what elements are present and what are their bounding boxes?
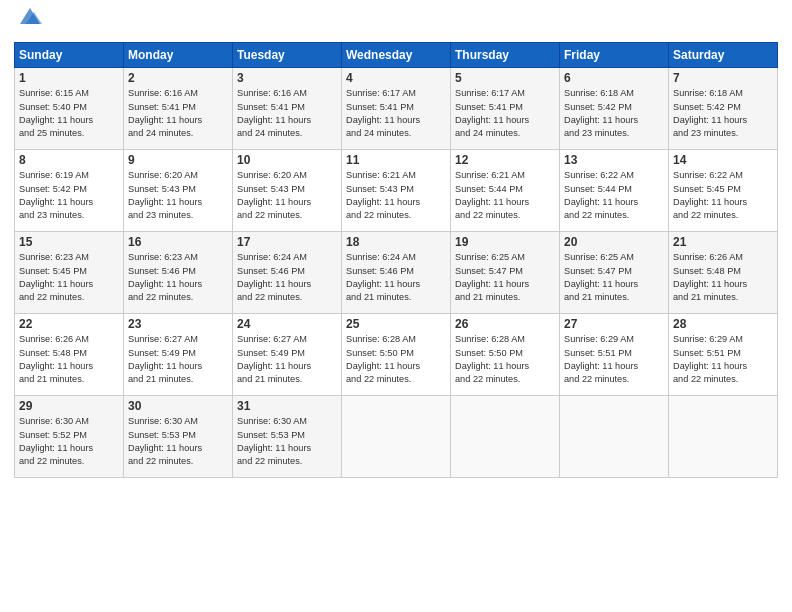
day-info: Sunrise: 6:23 AM Sunset: 5:46 PM Dayligh… — [128, 251, 228, 304]
day-info: Sunrise: 6:15 AM Sunset: 5:40 PM Dayligh… — [19, 87, 119, 140]
calendar-cell: 27Sunrise: 6:29 AM Sunset: 5:51 PM Dayli… — [560, 314, 669, 396]
day-number: 1 — [19, 71, 119, 85]
day-number: 18 — [346, 235, 446, 249]
header — [14, 10, 778, 34]
calendar-cell — [342, 396, 451, 478]
calendar-week-4: 22Sunrise: 6:26 AM Sunset: 5:48 PM Dayli… — [15, 314, 778, 396]
col-header-tuesday: Tuesday — [233, 43, 342, 68]
calendar-cell: 10Sunrise: 6:20 AM Sunset: 5:43 PM Dayli… — [233, 150, 342, 232]
day-info: Sunrise: 6:21 AM Sunset: 5:43 PM Dayligh… — [346, 169, 446, 222]
col-header-friday: Friday — [560, 43, 669, 68]
day-info: Sunrise: 6:23 AM Sunset: 5:45 PM Dayligh… — [19, 251, 119, 304]
day-info: Sunrise: 6:17 AM Sunset: 5:41 PM Dayligh… — [346, 87, 446, 140]
day-number: 22 — [19, 317, 119, 331]
day-info: Sunrise: 6:24 AM Sunset: 5:46 PM Dayligh… — [346, 251, 446, 304]
calendar-cell: 30Sunrise: 6:30 AM Sunset: 5:53 PM Dayli… — [124, 396, 233, 478]
day-number: 3 — [237, 71, 337, 85]
calendar-cell — [560, 396, 669, 478]
day-number: 16 — [128, 235, 228, 249]
day-number: 20 — [564, 235, 664, 249]
col-header-wednesday: Wednesday — [342, 43, 451, 68]
day-info: Sunrise: 6:26 AM Sunset: 5:48 PM Dayligh… — [19, 333, 119, 386]
calendar-cell: 31Sunrise: 6:30 AM Sunset: 5:53 PM Dayli… — [233, 396, 342, 478]
calendar-cell — [669, 396, 778, 478]
day-info: Sunrise: 6:29 AM Sunset: 5:51 PM Dayligh… — [673, 333, 773, 386]
day-info: Sunrise: 6:16 AM Sunset: 5:41 PM Dayligh… — [128, 87, 228, 140]
calendar-week-1: 1Sunrise: 6:15 AM Sunset: 5:40 PM Daylig… — [15, 68, 778, 150]
calendar-cell: 5Sunrise: 6:17 AM Sunset: 5:41 PM Daylig… — [451, 68, 560, 150]
col-header-saturday: Saturday — [669, 43, 778, 68]
day-info: Sunrise: 6:30 AM Sunset: 5:52 PM Dayligh… — [19, 415, 119, 468]
day-info: Sunrise: 6:24 AM Sunset: 5:46 PM Dayligh… — [237, 251, 337, 304]
day-number: 17 — [237, 235, 337, 249]
calendar-cell: 3Sunrise: 6:16 AM Sunset: 5:41 PM Daylig… — [233, 68, 342, 150]
day-info: Sunrise: 6:17 AM Sunset: 5:41 PM Dayligh… — [455, 87, 555, 140]
day-info: Sunrise: 6:28 AM Sunset: 5:50 PM Dayligh… — [346, 333, 446, 386]
day-number: 19 — [455, 235, 555, 249]
day-number: 30 — [128, 399, 228, 413]
day-number: 25 — [346, 317, 446, 331]
calendar-cell: 12Sunrise: 6:21 AM Sunset: 5:44 PM Dayli… — [451, 150, 560, 232]
calendar-cell: 16Sunrise: 6:23 AM Sunset: 5:46 PM Dayli… — [124, 232, 233, 314]
calendar-cell: 9Sunrise: 6:20 AM Sunset: 5:43 PM Daylig… — [124, 150, 233, 232]
day-number: 12 — [455, 153, 555, 167]
calendar-cell: 29Sunrise: 6:30 AM Sunset: 5:52 PM Dayli… — [15, 396, 124, 478]
day-number: 8 — [19, 153, 119, 167]
col-header-monday: Monday — [124, 43, 233, 68]
day-info: Sunrise: 6:29 AM Sunset: 5:51 PM Dayligh… — [564, 333, 664, 386]
calendar-table: SundayMondayTuesdayWednesdayThursdayFrid… — [14, 42, 778, 478]
day-number: 21 — [673, 235, 773, 249]
calendar-cell: 2Sunrise: 6:16 AM Sunset: 5:41 PM Daylig… — [124, 68, 233, 150]
logo-icon — [16, 6, 44, 28]
day-number: 15 — [19, 235, 119, 249]
day-info: Sunrise: 6:25 AM Sunset: 5:47 PM Dayligh… — [564, 251, 664, 304]
day-info: Sunrise: 6:22 AM Sunset: 5:45 PM Dayligh… — [673, 169, 773, 222]
calendar-cell — [451, 396, 560, 478]
calendar-cell: 18Sunrise: 6:24 AM Sunset: 5:46 PM Dayli… — [342, 232, 451, 314]
calendar-cell: 6Sunrise: 6:18 AM Sunset: 5:42 PM Daylig… — [560, 68, 669, 150]
day-number: 13 — [564, 153, 664, 167]
day-number: 4 — [346, 71, 446, 85]
col-header-sunday: Sunday — [15, 43, 124, 68]
calendar-week-2: 8Sunrise: 6:19 AM Sunset: 5:42 PM Daylig… — [15, 150, 778, 232]
day-number: 24 — [237, 317, 337, 331]
day-number: 23 — [128, 317, 228, 331]
day-number: 26 — [455, 317, 555, 331]
calendar-cell: 7Sunrise: 6:18 AM Sunset: 5:42 PM Daylig… — [669, 68, 778, 150]
day-info: Sunrise: 6:20 AM Sunset: 5:43 PM Dayligh… — [128, 169, 228, 222]
day-info: Sunrise: 6:16 AM Sunset: 5:41 PM Dayligh… — [237, 87, 337, 140]
day-info: Sunrise: 6:30 AM Sunset: 5:53 PM Dayligh… — [237, 415, 337, 468]
calendar-cell: 26Sunrise: 6:28 AM Sunset: 5:50 PM Dayli… — [451, 314, 560, 396]
day-info: Sunrise: 6:18 AM Sunset: 5:42 PM Dayligh… — [673, 87, 773, 140]
calendar-cell: 14Sunrise: 6:22 AM Sunset: 5:45 PM Dayli… — [669, 150, 778, 232]
day-info: Sunrise: 6:28 AM Sunset: 5:50 PM Dayligh… — [455, 333, 555, 386]
day-number: 11 — [346, 153, 446, 167]
day-number: 6 — [564, 71, 664, 85]
day-number: 10 — [237, 153, 337, 167]
day-info: Sunrise: 6:19 AM Sunset: 5:42 PM Dayligh… — [19, 169, 119, 222]
day-info: Sunrise: 6:18 AM Sunset: 5:42 PM Dayligh… — [564, 87, 664, 140]
calendar-cell: 22Sunrise: 6:26 AM Sunset: 5:48 PM Dayli… — [15, 314, 124, 396]
day-info: Sunrise: 6:26 AM Sunset: 5:48 PM Dayligh… — [673, 251, 773, 304]
calendar-cell: 8Sunrise: 6:19 AM Sunset: 5:42 PM Daylig… — [15, 150, 124, 232]
day-info: Sunrise: 6:30 AM Sunset: 5:53 PM Dayligh… — [128, 415, 228, 468]
calendar-cell: 1Sunrise: 6:15 AM Sunset: 5:40 PM Daylig… — [15, 68, 124, 150]
calendar-cell: 11Sunrise: 6:21 AM Sunset: 5:43 PM Dayli… — [342, 150, 451, 232]
calendar-week-5: 29Sunrise: 6:30 AM Sunset: 5:52 PM Dayli… — [15, 396, 778, 478]
calendar-header-row: SundayMondayTuesdayWednesdayThursdayFrid… — [15, 43, 778, 68]
day-number: 7 — [673, 71, 773, 85]
logo — [14, 10, 44, 34]
calendar-cell: 20Sunrise: 6:25 AM Sunset: 5:47 PM Dayli… — [560, 232, 669, 314]
calendar-cell: 28Sunrise: 6:29 AM Sunset: 5:51 PM Dayli… — [669, 314, 778, 396]
day-number: 28 — [673, 317, 773, 331]
calendar-cell: 25Sunrise: 6:28 AM Sunset: 5:50 PM Dayli… — [342, 314, 451, 396]
calendar-cell: 19Sunrise: 6:25 AM Sunset: 5:47 PM Dayli… — [451, 232, 560, 314]
main-container: SundayMondayTuesdayWednesdayThursdayFrid… — [0, 0, 792, 484]
day-info: Sunrise: 6:22 AM Sunset: 5:44 PM Dayligh… — [564, 169, 664, 222]
day-info: Sunrise: 6:25 AM Sunset: 5:47 PM Dayligh… — [455, 251, 555, 304]
calendar-cell: 4Sunrise: 6:17 AM Sunset: 5:41 PM Daylig… — [342, 68, 451, 150]
day-info: Sunrise: 6:21 AM Sunset: 5:44 PM Dayligh… — [455, 169, 555, 222]
day-number: 2 — [128, 71, 228, 85]
day-number: 14 — [673, 153, 773, 167]
col-header-thursday: Thursday — [451, 43, 560, 68]
